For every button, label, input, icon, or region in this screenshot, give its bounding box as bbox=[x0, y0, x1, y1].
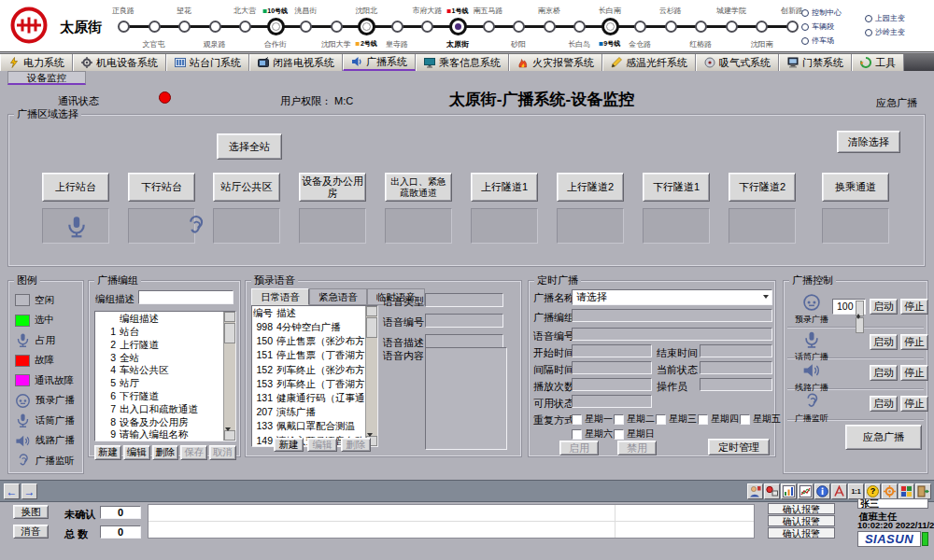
switch-view-button[interactable]: 换图 bbox=[13, 505, 49, 519]
prev-page-button[interactable]: ← bbox=[4, 483, 20, 499]
mic-start-button[interactable]: 启动 bbox=[870, 334, 898, 350]
voice-row[interactable]: 151停止售票（丁香湖方向） bbox=[252, 348, 377, 362]
group-edit-button[interactable]: 编辑 bbox=[123, 445, 150, 460]
exit-button[interactable] bbox=[915, 483, 931, 499]
tab-cctv-system[interactable]: 闭路电视系统 bbox=[249, 54, 343, 71]
voice-row[interactable]: 131健康通行码（辽事通） bbox=[252, 391, 377, 405]
group-row[interactable]: 4车站公共区 bbox=[95, 364, 235, 377]
zone-button-down-platform[interactable]: 下行站台 bbox=[128, 173, 195, 202]
scroll-down-icon[interactable] bbox=[224, 430, 235, 441]
select-all-button[interactable]: 选择全站 bbox=[217, 133, 282, 160]
zone-button-equipment-rooms[interactable]: 设备及办公用房 bbox=[299, 173, 366, 202]
voice-row[interactable]: 9984分钟空白广播 bbox=[252, 320, 377, 334]
line-start-button[interactable]: 启动 bbox=[870, 365, 898, 381]
scroll-thumb[interactable] bbox=[366, 317, 377, 338]
prerecord-start-button[interactable]: 启动 bbox=[870, 299, 898, 315]
monitor-start-button[interactable]: 启动 bbox=[870, 396, 898, 412]
tab-access-control-system[interactable]: 门禁系统 bbox=[779, 54, 852, 71]
scroll-thumb[interactable] bbox=[224, 323, 235, 343]
group-row[interactable]: 8设备及办公用房 bbox=[95, 416, 235, 429]
voice-row[interactable]: 207演练广播 bbox=[252, 405, 377, 419]
weekday-checkbox-sat[interactable]: 星期六 bbox=[572, 427, 613, 441]
voice-row[interactable]: 153列车终止（丁香湖方向） bbox=[252, 377, 377, 391]
group-new-button[interactable]: 新建 bbox=[94, 445, 121, 460]
group-row[interactable]: 9请输入编组名称 bbox=[95, 428, 235, 441]
voice-row[interactable]: 152列车终止（张沙布方向） bbox=[252, 363, 377, 377]
group-delete-button[interactable]: 删除 bbox=[152, 445, 179, 460]
spinner-arrows[interactable] bbox=[856, 301, 864, 313]
voice-tab-emergency[interactable]: 紧急语音 bbox=[309, 288, 367, 305]
station-dot-icon bbox=[178, 21, 191, 33]
volume-spinner[interactable]: 100 bbox=[832, 299, 866, 315]
tab-mech-equipment-system[interactable]: 机电设备系统 bbox=[73, 54, 166, 71]
locate-button[interactable] bbox=[831, 483, 847, 499]
emergency-broadcast-link[interactable]: 应急广播 bbox=[876, 96, 917, 110]
scroll-up-icon[interactable] bbox=[224, 312, 235, 322]
voice-type-field bbox=[425, 293, 503, 307]
weekday-checkbox-sun[interactable]: 星期日 bbox=[614, 427, 655, 441]
bar-report-button[interactable] bbox=[781, 483, 797, 499]
zone-button-transfer-passage[interactable]: 换乘通道 bbox=[822, 173, 889, 202]
weekday-checkbox-wed[interactable]: 星期三 bbox=[656, 413, 697, 426]
group-row[interactable]: 1站台 bbox=[95, 326, 235, 339]
voice-new-button[interactable]: 新建 bbox=[274, 438, 304, 452]
group-row[interactable]: 3全站 bbox=[95, 352, 235, 365]
weekday-checkbox-tue[interactable]: 星期二 bbox=[614, 413, 655, 426]
next-page-button[interactable]: → bbox=[21, 483, 37, 499]
trend-curve-button[interactable] bbox=[798, 483, 814, 499]
emergency-broadcast-button[interactable]: 应急广播 bbox=[845, 425, 922, 450]
info-button[interactable] bbox=[814, 483, 830, 499]
alarm-view-button[interactable] bbox=[764, 483, 780, 499]
tab-pa-system[interactable]: 广播系统 bbox=[343, 54, 416, 71]
tab-platform-door-system[interactable]: 站台门系统 bbox=[166, 54, 249, 71]
voice-tab-daily[interactable]: 日常语音 bbox=[251, 288, 309, 305]
settings-button[interactable] bbox=[882, 483, 898, 499]
voice-row[interactable]: 133佩戴口罩配合测温 bbox=[252, 419, 377, 433]
clear-selection-button[interactable]: 清除选择 bbox=[837, 131, 900, 153]
tab-power-system[interactable]: 电力系统 bbox=[0, 54, 73, 71]
weekday-checkbox-thu[interactable]: 星期四 bbox=[698, 413, 739, 426]
zone-button-up-tunnel-2[interactable]: 上行隧道2 bbox=[557, 173, 624, 202]
help-button[interactable]: ? bbox=[865, 483, 881, 499]
group-row[interactable]: 6下行隧道 bbox=[95, 390, 235, 403]
tab-fiber-s​ensing-system[interactable]: 感温光纤系统 bbox=[602, 54, 696, 71]
zone-button-down-tunnel-1[interactable]: 下行隧道1 bbox=[643, 173, 710, 202]
ack-alarm-button[interactable]: 确认报警 bbox=[768, 503, 835, 514]
group-row[interactable]: 7出入口和疏散通道 bbox=[95, 403, 235, 416]
timer-manage-button[interactable]: 定时管理 bbox=[708, 439, 770, 455]
group-row[interactable]: 2上行隧道 bbox=[95, 339, 235, 352]
zone-button-concourse[interactable]: 站厅公共区 bbox=[213, 173, 280, 202]
ack-alarm-button[interactable]: 确认报警 bbox=[768, 527, 835, 539]
zoom-one-to-one-button[interactable]: 1:1 bbox=[848, 483, 864, 499]
modules-button[interactable] bbox=[899, 483, 914, 499]
zone-button-exits[interactable]: 出入口、紧急疏散通道 bbox=[385, 173, 452, 202]
zone-button-up-tunnel-1[interactable]: 上行隧道1 bbox=[471, 173, 538, 202]
monitor-stop-button[interactable]: 停止 bbox=[900, 396, 928, 412]
mic-stop-button[interactable]: 停止 bbox=[900, 334, 928, 350]
tab-tools[interactable]: 工具 bbox=[852, 54, 904, 71]
group-row[interactable]: 5站厅 bbox=[95, 377, 235, 390]
weekday-checkbox-mon[interactable]: 星期一 bbox=[572, 413, 613, 426]
line-stop-button[interactable]: 停止 bbox=[900, 365, 928, 381]
operator-button[interactable] bbox=[747, 483, 763, 499]
subtab-device-monitoring[interactable]: 设备监控 bbox=[7, 71, 86, 85]
group-list-scrollbar[interactable] bbox=[223, 312, 235, 441]
weekday-checkbox-fri[interactable]: 星期五 bbox=[740, 413, 781, 426]
group-cancel-button: 取消 bbox=[209, 445, 236, 460]
zone-button-down-tunnel-2[interactable]: 下行隧道2 bbox=[729, 173, 796, 202]
broadcast-name-select[interactable]: 请选择 bbox=[572, 289, 772, 305]
avail-state-label: 可用状态 bbox=[533, 397, 574, 411]
zone-button-up-platform[interactable]: 上行站台 bbox=[42, 173, 109, 202]
scroll-up-icon[interactable] bbox=[366, 306, 377, 316]
spin-up-icon[interactable] bbox=[856, 301, 864, 316]
mute-button[interactable]: 消音 bbox=[13, 525, 49, 539]
voice-row[interactable]: 150停止售票（张沙布方向） bbox=[252, 334, 377, 348]
alarm-list[interactable] bbox=[148, 504, 755, 539]
tab-pis-system[interactable]: 乘客信息系统 bbox=[416, 54, 509, 71]
tab-aspirating-system[interactable]: 吸气式系统 bbox=[696, 54, 779, 71]
voice-list-scrollbar[interactable] bbox=[365, 306, 377, 446]
group-desc-input[interactable] bbox=[138, 290, 234, 304]
prerecord-stop-button[interactable]: 停止 bbox=[900, 299, 928, 315]
tab-fire-alarm-system[interactable]: 火灾报警系统 bbox=[509, 54, 602, 71]
ack-alarm-button[interactable]: 确认报警 bbox=[768, 515, 835, 526]
